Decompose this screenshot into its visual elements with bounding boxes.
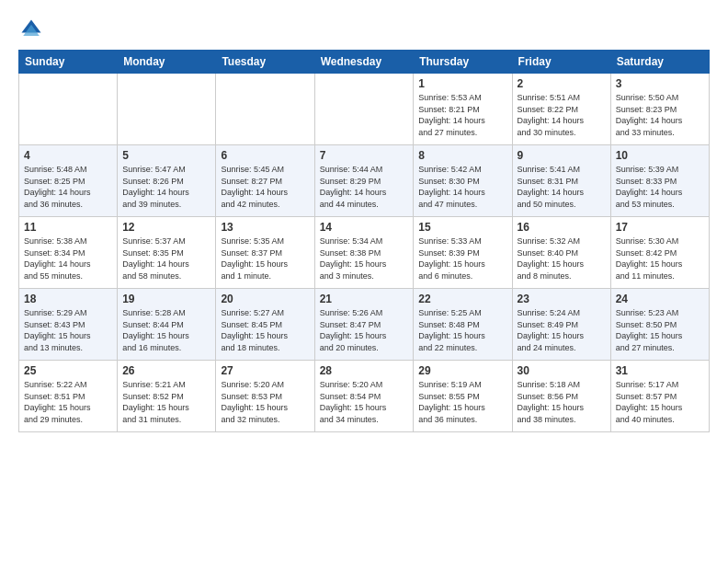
calendar-cell	[118, 74, 216, 145]
weekday-header-saturday: Saturday	[610, 51, 709, 74]
calendar-cell: 14Sunrise: 5:34 AM Sunset: 8:38 PM Dayli…	[314, 217, 414, 289]
day-number: 29	[418, 364, 506, 377]
calendar-cell: 19Sunrise: 5:28 AM Sunset: 8:44 PM Dayli…	[118, 289, 216, 361]
day-number: 28	[320, 364, 409, 377]
calendar-cell: 28Sunrise: 5:20 AM Sunset: 8:54 PM Dayli…	[314, 361, 414, 432]
day-info: Sunrise: 5:48 AM Sunset: 8:25 PM Dayligh…	[24, 164, 112, 210]
day-info: Sunrise: 5:20 AM Sunset: 8:53 PM Dayligh…	[221, 379, 309, 425]
day-info: Sunrise: 5:23 AM Sunset: 8:50 PM Dayligh…	[616, 307, 704, 353]
day-number: 25	[24, 364, 112, 377]
day-info: Sunrise: 5:35 AM Sunset: 8:37 PM Dayligh…	[221, 236, 309, 282]
day-number: 3	[616, 77, 704, 90]
calendar-cell: 8Sunrise: 5:42 AM Sunset: 8:30 PM Daylig…	[414, 145, 512, 217]
day-number: 14	[320, 221, 409, 234]
calendar-cell: 6Sunrise: 5:45 AM Sunset: 8:27 PM Daylig…	[216, 145, 314, 217]
day-number: 18	[24, 293, 112, 305]
day-number: 16	[518, 221, 606, 234]
day-info: Sunrise: 5:32 AM Sunset: 8:40 PM Dayligh…	[518, 236, 606, 282]
day-info: Sunrise: 5:41 AM Sunset: 8:31 PM Dayligh…	[518, 164, 606, 210]
day-info: Sunrise: 5:27 AM Sunset: 8:45 PM Dayligh…	[221, 307, 309, 353]
calendar-cell: 16Sunrise: 5:32 AM Sunset: 8:40 PM Dayli…	[512, 217, 610, 289]
calendar-cell: 7Sunrise: 5:44 AM Sunset: 8:29 PM Daylig…	[314, 145, 414, 217]
day-info: Sunrise: 5:17 AM Sunset: 8:57 PM Dayligh…	[616, 379, 704, 425]
day-number: 17	[616, 221, 704, 234]
calendar-cell: 27Sunrise: 5:20 AM Sunset: 8:53 PM Dayli…	[216, 361, 314, 432]
day-number: 8	[418, 149, 506, 162]
calendar-cell: 4Sunrise: 5:48 AM Sunset: 8:25 PM Daylig…	[19, 145, 118, 217]
day-info: Sunrise: 5:18 AM Sunset: 8:56 PM Dayligh…	[518, 379, 606, 425]
day-number: 23	[518, 293, 606, 305]
day-info: Sunrise: 5:51 AM Sunset: 8:22 PM Dayligh…	[518, 92, 606, 138]
logo	[18, 17, 48, 42]
weekday-header-monday: Monday	[118, 51, 216, 74]
calendar-cell: 31Sunrise: 5:17 AM Sunset: 8:57 PM Dayli…	[610, 361, 709, 432]
day-info: Sunrise: 5:47 AM Sunset: 8:26 PM Dayligh…	[122, 164, 210, 210]
day-number: 15	[418, 221, 506, 234]
day-info: Sunrise: 5:38 AM Sunset: 8:34 PM Dayligh…	[24, 236, 112, 282]
calendar-cell: 12Sunrise: 5:37 AM Sunset: 8:35 PM Dayli…	[118, 217, 216, 289]
weekday-header-tuesday: Tuesday	[216, 51, 314, 74]
calendar-cell: 23Sunrise: 5:24 AM Sunset: 8:49 PM Dayli…	[512, 289, 610, 361]
day-info: Sunrise: 5:29 AM Sunset: 8:43 PM Dayligh…	[24, 307, 112, 353]
day-number: 12	[122, 221, 210, 234]
calendar-cell: 24Sunrise: 5:23 AM Sunset: 8:50 PM Dayli…	[610, 289, 709, 361]
day-info: Sunrise: 5:44 AM Sunset: 8:29 PM Dayligh…	[320, 164, 409, 210]
day-number: 31	[616, 364, 704, 377]
day-info: Sunrise: 5:34 AM Sunset: 8:38 PM Dayligh…	[320, 236, 409, 282]
day-number: 27	[221, 364, 309, 377]
day-info: Sunrise: 5:26 AM Sunset: 8:47 PM Dayligh…	[320, 307, 409, 353]
calendar-week-row: 25Sunrise: 5:22 AM Sunset: 8:51 PM Dayli…	[19, 361, 710, 432]
calendar-cell: 11Sunrise: 5:38 AM Sunset: 8:34 PM Dayli…	[19, 217, 118, 289]
calendar-cell: 20Sunrise: 5:27 AM Sunset: 8:45 PM Dayli…	[216, 289, 314, 361]
day-info: Sunrise: 5:33 AM Sunset: 8:39 PM Dayligh…	[418, 236, 506, 282]
header	[18, 17, 710, 42]
day-info: Sunrise: 5:21 AM Sunset: 8:52 PM Dayligh…	[122, 379, 210, 425]
calendar-cell	[19, 74, 118, 145]
day-info: Sunrise: 5:30 AM Sunset: 8:42 PM Dayligh…	[616, 236, 704, 282]
calendar-cell: 5Sunrise: 5:47 AM Sunset: 8:26 PM Daylig…	[118, 145, 216, 217]
day-number: 5	[122, 149, 210, 162]
page: SundayMondayTuesdayWednesdayThursdayFrid…	[0, 0, 728, 563]
calendar-cell: 26Sunrise: 5:21 AM Sunset: 8:52 PM Dayli…	[118, 361, 216, 432]
day-number: 19	[122, 293, 210, 305]
day-number: 1	[418, 77, 506, 90]
day-number: 7	[320, 149, 409, 162]
day-info: Sunrise: 5:20 AM Sunset: 8:54 PM Dayligh…	[320, 379, 409, 425]
day-info: Sunrise: 5:45 AM Sunset: 8:27 PM Dayligh…	[221, 164, 309, 210]
day-info: Sunrise: 5:50 AM Sunset: 8:23 PM Dayligh…	[616, 92, 704, 138]
day-info: Sunrise: 5:42 AM Sunset: 8:30 PM Dayligh…	[418, 164, 506, 210]
day-number: 30	[518, 364, 606, 377]
calendar-cell: 29Sunrise: 5:19 AM Sunset: 8:55 PM Dayli…	[414, 361, 512, 432]
day-number: 21	[320, 293, 409, 305]
calendar-cell: 9Sunrise: 5:41 AM Sunset: 8:31 PM Daylig…	[512, 145, 610, 217]
weekday-header-wednesday: Wednesday	[314, 51, 414, 74]
calendar-cell: 13Sunrise: 5:35 AM Sunset: 8:37 PM Dayli…	[216, 217, 314, 289]
day-info: Sunrise: 5:53 AM Sunset: 8:21 PM Dayligh…	[418, 92, 506, 138]
day-info: Sunrise: 5:39 AM Sunset: 8:33 PM Dayligh…	[616, 164, 704, 210]
weekday-header-sunday: Sunday	[19, 51, 118, 74]
weekday-header-friday: Friday	[512, 51, 610, 74]
day-info: Sunrise: 5:19 AM Sunset: 8:55 PM Dayligh…	[418, 379, 506, 425]
calendar-cell: 3Sunrise: 5:50 AM Sunset: 8:23 PM Daylig…	[610, 74, 709, 145]
day-number: 4	[24, 149, 112, 162]
calendar-cell: 10Sunrise: 5:39 AM Sunset: 8:33 PM Dayli…	[610, 145, 709, 217]
calendar-week-row: 4Sunrise: 5:48 AM Sunset: 8:25 PM Daylig…	[19, 145, 710, 217]
calendar-cell: 18Sunrise: 5:29 AM Sunset: 8:43 PM Dayli…	[19, 289, 118, 361]
day-number: 2	[518, 77, 606, 90]
day-info: Sunrise: 5:24 AM Sunset: 8:49 PM Dayligh…	[518, 307, 606, 353]
calendar-cell: 17Sunrise: 5:30 AM Sunset: 8:42 PM Dayli…	[610, 217, 709, 289]
calendar-week-row: 1Sunrise: 5:53 AM Sunset: 8:21 PM Daylig…	[19, 74, 710, 145]
calendar-week-row: 11Sunrise: 5:38 AM Sunset: 8:34 PM Dayli…	[19, 217, 710, 289]
calendar-cell: 30Sunrise: 5:18 AM Sunset: 8:56 PM Dayli…	[512, 361, 610, 432]
calendar-cell: 21Sunrise: 5:26 AM Sunset: 8:47 PM Dayli…	[314, 289, 414, 361]
calendar-cell: 22Sunrise: 5:25 AM Sunset: 8:48 PM Dayli…	[414, 289, 512, 361]
day-number: 20	[221, 293, 309, 305]
weekday-header-thursday: Thursday	[414, 51, 512, 74]
day-number: 22	[418, 293, 506, 305]
calendar-week-row: 18Sunrise: 5:29 AM Sunset: 8:43 PM Dayli…	[19, 289, 710, 361]
calendar-cell	[314, 74, 414, 145]
logo-icon	[18, 17, 44, 42]
day-info: Sunrise: 5:28 AM Sunset: 8:44 PM Dayligh…	[122, 307, 210, 353]
day-info: Sunrise: 5:22 AM Sunset: 8:51 PM Dayligh…	[24, 379, 112, 425]
calendar-cell	[216, 74, 314, 145]
